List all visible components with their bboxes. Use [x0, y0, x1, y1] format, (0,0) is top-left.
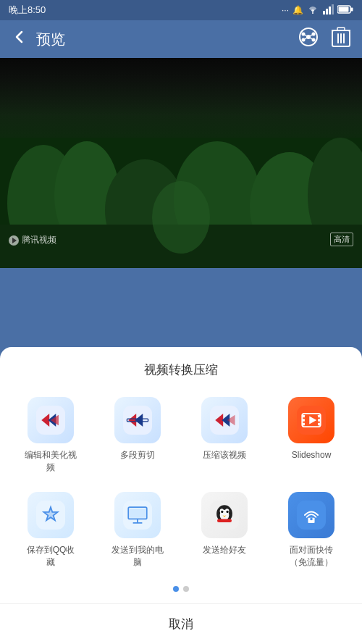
svg-point-0 [312, 12, 313, 14]
status-bar: 晚上8:50 ··· 🔔 [0, 0, 362, 20]
multi-cut-icon [114, 397, 161, 443]
face-transfer-label: 面对面快传（免流量） [290, 544, 333, 569]
video-area: 腾讯视频 高清 [0, 58, 362, 268]
multi-cut-label: 多段剪切 [120, 449, 155, 461]
page-title: 预览 [36, 30, 65, 49]
signal-icon [322, 4, 334, 17]
send-computer-label: 发送到我的电脑 [111, 544, 164, 569]
svg-rect-4 [332, 4, 334, 14]
edit-video-label: 编辑和美化视频 [25, 449, 77, 474]
nav-left: 预览 [12, 29, 65, 49]
page-dot-2 [183, 586, 189, 592]
sheet-title: 视频转换压缩 [0, 347, 362, 390]
svg-point-32 [152, 181, 210, 254]
share-button[interactable] [298, 27, 319, 51]
page-dot-1 [173, 586, 179, 592]
watermark: 龙城安卓网 www.fcjrtg.com [315, 624, 359, 641]
slideshow-label: Slideshow [292, 449, 332, 461]
slideshow-item[interactable]: Slideshow [268, 390, 355, 485]
bottom-sheet: 视频转换压缩 编辑和美化视频 [0, 347, 362, 644]
svg-rect-1 [323, 11, 325, 14]
save-qq-label: 保存到QQ收藏 [27, 544, 75, 569]
brand-play-icon [9, 235, 19, 246]
edit-video-item[interactable]: 编辑和美化视频 [7, 390, 94, 485]
cancel-button[interactable]: 取消 [0, 603, 362, 644]
svg-point-67 [226, 511, 228, 514]
status-time: 晚上8:50 [9, 4, 46, 17]
svg-point-10 [302, 33, 306, 36]
video-quality-badge: 高清 [330, 233, 353, 246]
slideshow-icon [288, 397, 334, 443]
save-qq-item[interactable]: 保存到QQ收藏 [7, 485, 94, 580]
svg-rect-20 [337, 28, 345, 30]
compress-video-item[interactable]: 压缩该视频 [181, 390, 268, 485]
status-icons: ··· 🔔 [282, 4, 353, 17]
svg-rect-48 [302, 415, 305, 418]
video-overlay-top [0, 58, 362, 116]
bell-icon: 🔔 [292, 5, 303, 15]
svg-point-71 [310, 518, 313, 521]
svg-rect-51 [318, 415, 321, 418]
nav-bar: 预览 [0, 20, 362, 58]
svg-point-12 [302, 38, 306, 42]
svg-rect-2 [326, 9, 328, 14]
svg-line-16 [305, 38, 307, 39]
watermark-line1: 龙城安卓网 [315, 624, 359, 633]
svg-rect-49 [302, 419, 305, 422]
delete-button[interactable] [332, 27, 350, 51]
send-computer-icon [114, 492, 161, 538]
send-friend-item[interactable]: 发送给好友 [181, 485, 268, 580]
svg-rect-52 [318, 419, 321, 422]
svg-point-11 [312, 33, 316, 36]
sheet-grid: 编辑和美化视频 多段剪切 [0, 390, 362, 580]
pagination [0, 580, 362, 603]
svg-rect-3 [329, 7, 331, 14]
nav-right [298, 27, 350, 51]
send-friend-label: 发送给好友 [203, 544, 246, 556]
compress-video-label: 压缩该视频 [203, 449, 246, 461]
svg-rect-50 [302, 422, 305, 425]
back-button[interactable] [12, 29, 28, 49]
svg-rect-7 [339, 7, 349, 12]
svg-rect-68 [217, 519, 232, 523]
svg-point-13 [312, 38, 316, 42]
multi-cut-item[interactable]: 多段剪切 [94, 390, 181, 485]
svg-line-17 [310, 38, 312, 39]
video-scene [0, 138, 362, 268]
watermark-line2: www.fcjrtg.com [315, 632, 359, 641]
notification-icon: ··· [282, 5, 289, 15]
svg-line-14 [305, 35, 307, 36]
svg-point-66 [221, 511, 223, 514]
wifi-icon [307, 4, 319, 17]
face-transfer-item[interactable]: 面对面快传（免流量） [268, 485, 355, 580]
face-transfer-icon [288, 492, 334, 538]
save-qq-icon [28, 492, 74, 538]
brand-name: 腾讯视频 [22, 234, 56, 246]
svg-line-15 [310, 35, 312, 36]
send-friend-icon [201, 492, 248, 538]
svg-point-9 [306, 35, 311, 39]
svg-rect-53 [318, 422, 321, 425]
svg-rect-60 [130, 509, 146, 518]
svg-rect-6 [351, 7, 353, 11]
compress-video-icon [201, 397, 248, 443]
video-brand: 腾讯视频 [9, 234, 56, 246]
send-computer-item[interactable]: 发送到我的电脑 [94, 485, 181, 580]
battery-icon [337, 5, 353, 16]
edit-video-icon [28, 397, 74, 443]
